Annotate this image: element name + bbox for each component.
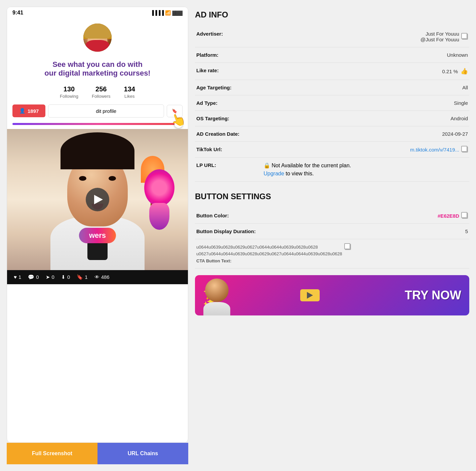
cta-button-text-row: u0644u0639u0628u0629u0627u0644u0644u0639… (195, 239, 469, 268)
lp-url-label: LP URL: (195, 158, 262, 182)
hair-dark (61, 132, 134, 169)
download-icon: ⬇ (61, 274, 66, 280)
person-icon: 👤 (19, 108, 26, 114)
bookmarks-stat: 🔖 1 (77, 274, 87, 280)
stat-followers: 256 Followers (92, 85, 111, 99)
profile-section (7, 18, 188, 57)
button-settings-title: BUTTON SETTINGS (195, 192, 469, 201)
hearts-count: 1 (18, 274, 21, 280)
phone-mockup: 9:41 ▐▐▐▐ 📶 ▓▓▓ (7, 7, 188, 443)
action-buttons-row: 👤 1897 dit profile 🔖 (7, 102, 188, 120)
profile-avatar (82, 23, 113, 53)
age-targeting-label: Age Targeting: (195, 80, 262, 95)
arrow-right-icon (307, 292, 313, 299)
advertiser-copy-icon[interactable] (462, 34, 468, 40)
avatar-hair-top (84, 24, 111, 39)
os-targeting-label: OS Targeting: (195, 111, 262, 126)
heart-icon: ♥ (14, 274, 17, 280)
button-color-copy-icon[interactable] (462, 213, 468, 219)
views-count: 486 (101, 274, 110, 280)
lp-url-suffix: to view this. (286, 171, 314, 176)
stat-following: 130 Following (60, 85, 78, 99)
shares-stat: ➤ 0 (46, 274, 54, 280)
hearts-stat: ♥ 1 (14, 274, 21, 280)
likes-label: Likes (124, 94, 134, 99)
like-rate-row: Like rate: 0.21 % 👍 (195, 63, 469, 80)
tiktok-url-value-row: m.tiktok.com/v/7419... (264, 146, 468, 153)
lp-url-line1: 🔒 Not Available for the current plan. (264, 162, 351, 169)
button-color-value: #E62E8D (262, 208, 469, 224)
cta-button-text-label: CTA Button Text: (196, 258, 468, 263)
button-display-duration-value: 5 (262, 224, 469, 239)
ad-info-title: AD INFO (195, 10, 469, 19)
ad-info-table: Advertiser: Just For Youuu @Just For You… (195, 26, 469, 182)
phone-time: 9:41 (12, 10, 23, 16)
phone-icons: ▐▐▐▐ 📶 ▓▓▓ (151, 10, 183, 15)
following-count: 130 (60, 85, 78, 93)
button-color-value-row: #E62E8D (264, 213, 468, 219)
ad-text: See what you can do with our digital mar… (12, 60, 183, 78)
platform-row: Platform: Unknown (195, 47, 469, 63)
views-stat: 👁 486 (94, 274, 110, 280)
age-targeting-row: Age Targeting: All (195, 80, 469, 95)
advertiser-value-row: Just For Youuu @Just For Youuu (264, 31, 468, 42)
edit-profile-button[interactable]: dit profile (48, 104, 164, 118)
try-now-banner: ✨ ✨ TRY NOW (195, 275, 469, 315)
stat-likes: 134 Likes (124, 85, 135, 99)
tiktok-url-value: m.tiktok.com/v/7419... (262, 142, 469, 158)
following-label: Following (60, 94, 78, 99)
followers-count: 256 (92, 85, 111, 93)
follow-button[interactable]: 👤 1897 (12, 104, 45, 117)
eye-icon: 👁 (94, 274, 100, 280)
lp-url-notice-text: Not Available for the current plan. (272, 163, 351, 169)
play-icon (94, 195, 103, 204)
comments-stat: 💬 0 (28, 274, 39, 280)
upgrade-link[interactable]: Upgrade (264, 171, 284, 176)
tiktok-url-copy-icon[interactable] (462, 146, 468, 153)
like-rate-value-row: 0.21 % 👍 (264, 68, 468, 75)
cta-encoded-text: u0644u0639u0628u0629u0627u0644u0644u0639… (196, 244, 342, 257)
avatar-image (83, 24, 112, 52)
signal-icon: ▐▐▐▐ (151, 10, 164, 15)
followers-label: Followers (92, 94, 111, 99)
button-display-duration-row: Button Display Duration: 5 (195, 224, 469, 239)
play-button[interactable] (86, 188, 109, 211)
bookmarks-count: 1 (85, 274, 87, 280)
slider-container: 👆 (12, 123, 183, 125)
button-color-row: Button Color: #E62E8D (195, 208, 469, 224)
avatar-body (86, 40, 109, 52)
os-targeting-row: OS Targeting: Android (195, 111, 469, 126)
like-rate-value: 0.21 % 👍 (262, 63, 469, 80)
slider-track[interactable] (12, 123, 183, 125)
video-area: wers (7, 129, 188, 270)
full-screenshot-button[interactable]: Full Screenshot (7, 443, 97, 464)
button-display-duration-label: Button Display Duration: (195, 224, 262, 239)
comments-count: 0 (36, 274, 39, 280)
share-icon: ➤ (46, 274, 50, 280)
ad-creation-date-row: AD Creation Date: 2024-09-27 (195, 126, 469, 142)
like-rate-label: Like rate: (195, 63, 262, 80)
bottom-buttons: Full Screenshot URL Chains (7, 443, 188, 464)
lp-url-content: 🔒 Not Available for the current plan. Up… (264, 162, 468, 177)
downloads-stat: ⬇ 0 (61, 274, 70, 280)
tiktok-url-row: TikTok Url: m.tiktok.com/v/7419... (195, 142, 469, 158)
video-stats-bar: ♥ 1 💬 0 ➤ 0 ⬇ 0 🔖 1 👁 486 (7, 270, 188, 284)
ad-creation-date-value: 2024-09-27 (262, 126, 469, 142)
url-chains-button[interactable]: URL Chains (97, 443, 188, 464)
button-color-hex: #E62E8D (438, 213, 459, 219)
likes-count: 134 (124, 85, 135, 93)
advertiser-name-text: Just For Youuu @Just For Youuu (421, 31, 459, 42)
left-panel: 9:41 ▐▐▐▐ 📶 ▓▓▓ (7, 7, 188, 464)
lock-icon: 🔒 (264, 162, 270, 169)
advertiser-value: Just For Youuu @Just For Youuu (262, 26, 469, 47)
pink-pill-text: wers (79, 228, 116, 243)
lp-url-value: 🔒 Not Available for the current plan. Up… (262, 158, 469, 182)
tiktok-url-link[interactable]: m.tiktok.com/v/7419... (410, 147, 459, 153)
age-targeting-value: All (262, 80, 469, 95)
button-color-label: Button Color: (195, 208, 262, 224)
cta-text-cell: u0644u0639u0628u0629u0627u0644u0644u0639… (195, 239, 469, 268)
button-settings-section: BUTTON SETTINGS Button Color: #E62E8D Bu… (195, 192, 469, 268)
os-targeting-value: Android (262, 111, 469, 126)
cta-copy-icon[interactable] (345, 244, 351, 250)
ad-type-row: Ad Type: Single (195, 95, 469, 111)
